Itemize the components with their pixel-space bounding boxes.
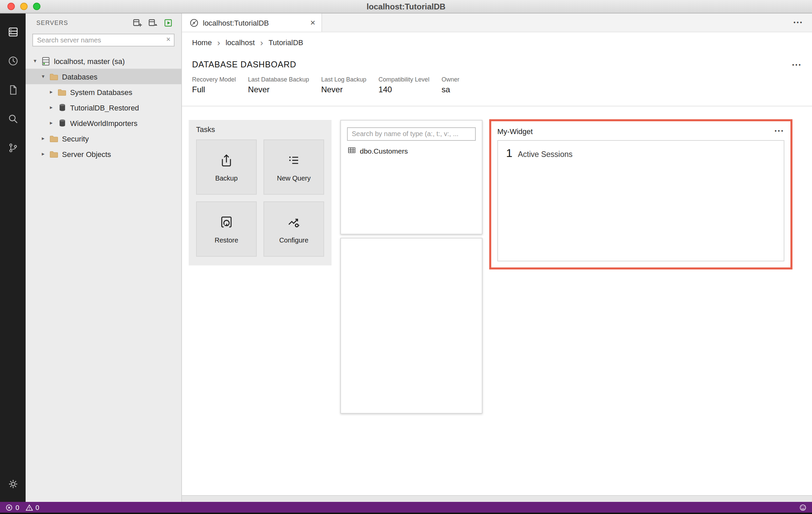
property-last-database-backup: Last Database Backup Never	[248, 76, 309, 94]
error-count[interactable]: 0	[5, 504, 19, 511]
server-search: ×	[32, 33, 175, 47]
chevron-right-icon: ›	[260, 39, 263, 46]
source-control-icon[interactable]	[0, 136, 26, 159]
my-widget-header: My-Widget •••	[497, 125, 784, 138]
twisty-icon[interactable]: ▸	[39, 135, 47, 142]
property-owner: Owner sa	[441, 76, 459, 94]
tree-item-localhost[interactable]: ▾ localhost, master (sa)	[26, 53, 181, 69]
editor-actions: •••	[793, 13, 812, 32]
property-label: Compatibility Level	[378, 76, 429, 83]
minimize-window-button[interactable]	[20, 3, 28, 10]
connection-icon	[190, 18, 199, 27]
zoom-window-button[interactable]	[33, 3, 40, 10]
property-compatibility-level: Compatibility Level 140	[378, 76, 429, 94]
search-icon[interactable]	[0, 107, 26, 130]
status-bar: 0 0	[0, 502, 812, 513]
sidebar-actions	[133, 18, 173, 28]
tree-item-wideworldimporters[interactable]: ▸ WideWorldImporters	[26, 115, 181, 131]
tree-item-label: Server Objects	[62, 150, 111, 158]
sidebar-title: SERVERS	[36, 20, 133, 26]
breadcrumb-home[interactable]: Home	[192, 38, 212, 47]
property-label: Last Log Backup	[321, 76, 366, 83]
database-properties: Recovery Model Full Last Database Backup…	[192, 76, 802, 94]
active-connections-icon[interactable]	[164, 18, 173, 28]
property-value: Never	[248, 85, 309, 94]
twisty-icon[interactable]: ▸	[39, 151, 47, 157]
error-count-value: 0	[16, 504, 19, 511]
twisty-icon[interactable]: ▸	[47, 120, 55, 126]
new-connection-icon[interactable]	[133, 18, 142, 28]
window-bottom-edge	[0, 513, 812, 514]
connections-icon[interactable]	[0, 20, 26, 43]
tree-item-databases[interactable]: ▾ Databases	[26, 69, 181, 84]
settings-gear-icon[interactable]	[0, 472, 26, 495]
tab-strip: localhost:TutorialDB × •••	[182, 13, 812, 32]
status-bar-right	[799, 504, 807, 511]
warning-count[interactable]: 0	[25, 504, 39, 511]
property-value: 140	[378, 85, 429, 94]
task-label: Backup	[215, 175, 238, 182]
editor-area: localhost:TutorialDB × ••• Home › localh…	[182, 13, 812, 502]
database-icon	[57, 102, 67, 113]
backup-button[interactable]: Backup	[196, 140, 257, 195]
dashboard-more-actions-icon[interactable]: •••	[792, 62, 802, 68]
server-tree: ▾ localhost, master (sa) ▾	[26, 51, 181, 502]
tree-item-label: WideWorldImporters	[70, 119, 138, 127]
horizontal-scrollbar[interactable]	[182, 495, 812, 502]
active-sessions-count: 1	[506, 147, 513, 160]
page-title: DATABASE DASHBOARD	[192, 60, 792, 69]
configure-button[interactable]: Configure	[263, 202, 324, 257]
window-titlebar: localhost:TutorialDB	[0, 0, 812, 13]
tree-item-label: Security	[62, 134, 89, 143]
close-window-button[interactable]	[7, 3, 15, 10]
database-icon	[57, 118, 67, 128]
twisty-icon[interactable]: ▾	[31, 58, 39, 64]
my-widget-title: My-Widget	[497, 127, 775, 135]
clear-search-icon[interactable]: ×	[166, 34, 171, 44]
tree-item-server-objects[interactable]: ▸ Server Objects	[26, 146, 181, 162]
app-window: localhost:TutorialDB	[0, 0, 812, 514]
task-label: Restore	[214, 237, 238, 244]
folder-icon	[49, 149, 59, 159]
feedback-smiley-icon[interactable]	[799, 504, 807, 511]
restore-icon	[218, 214, 234, 233]
task-history-icon[interactable]	[0, 49, 26, 72]
close-tab-icon[interactable]: ×	[310, 18, 315, 27]
breadcrumb-tutorialdb[interactable]: TutorialDB	[268, 38, 303, 47]
backup-icon	[218, 152, 234, 171]
list-item-dbo-customers[interactable]: dbo.Customers	[341, 145, 482, 157]
tree-item-label: localhost, master (sa)	[54, 57, 125, 65]
list-item-label: dbo.Customers	[360, 147, 408, 155]
tab-label: localhost:TutorialDB	[203, 19, 269, 27]
table-icon	[348, 146, 356, 155]
window-title: localhost:TutorialDB	[0, 2, 812, 11]
dashboard-header: DATABASE DASHBOARD ••• Recovery Model Fu…	[182, 53, 812, 107]
dashboard-content: Tasks Backup	[182, 107, 812, 502]
server-search-input[interactable]	[32, 34, 175, 47]
folder-icon	[49, 133, 59, 144]
active-sessions-label: Active Sessions	[518, 150, 573, 158]
object-search-input[interactable]	[347, 127, 476, 141]
my-widget: My-Widget ••• 1 Active Sessions	[489, 119, 792, 269]
breadcrumb-localhost[interactable]: localhost	[225, 38, 255, 47]
tree-item-system-databases[interactable]: ▸ System Databases	[26, 84, 181, 100]
new-server-group-icon[interactable]	[148, 18, 158, 28]
restore-button[interactable]: Restore	[196, 202, 257, 257]
my-widget-more-actions-icon[interactable]: •••	[775, 128, 784, 134]
task-label: New Query	[277, 175, 311, 182]
tree-item-label: Databases	[62, 72, 97, 81]
twisty-icon[interactable]: ▾	[39, 73, 47, 80]
warning-icon	[25, 504, 33, 511]
twisty-icon[interactable]: ▸	[47, 104, 55, 111]
task-buttons: Backup New Query	[196, 140, 324, 257]
new-query-icon	[286, 152, 302, 171]
my-widget-body: 1 Active Sessions	[497, 140, 784, 261]
twisty-icon[interactable]: ▸	[47, 89, 55, 95]
tree-item-tutorialdb-restored[interactable]: ▸ TutorialDB_Restored	[26, 100, 181, 115]
tab-localhost-tutorialdb[interactable]: localhost:TutorialDB ×	[182, 13, 322, 32]
file-icon[interactable]	[0, 78, 26, 101]
new-query-button[interactable]: New Query	[263, 140, 324, 195]
more-actions-icon[interactable]: •••	[793, 20, 803, 26]
tree-item-security[interactable]: ▸ Security	[26, 131, 181, 146]
breadcrumb: Home › localhost › TutorialDB	[182, 32, 812, 53]
